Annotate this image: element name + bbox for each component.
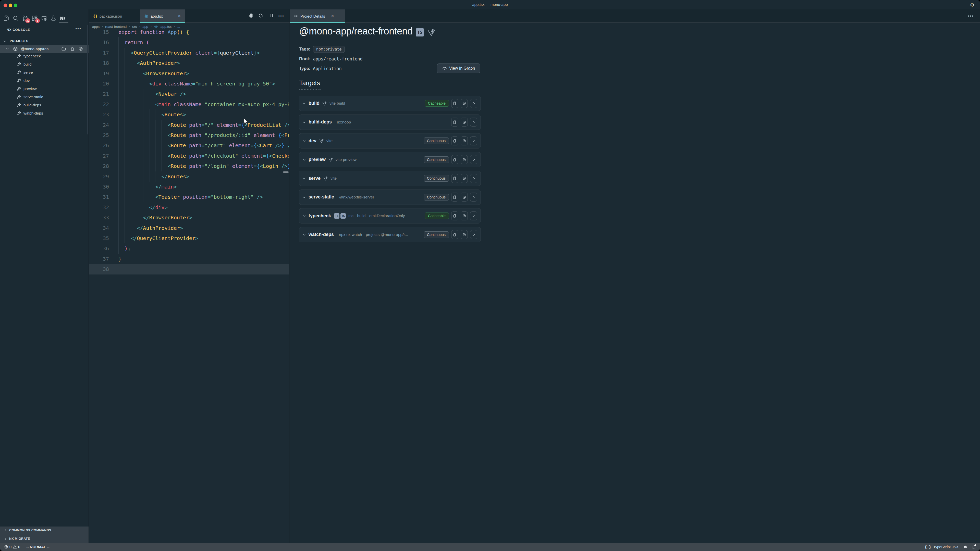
tree-item-typecheck[interactable]: typecheck: [0, 52, 89, 60]
code-line-20[interactable]: 20 <div className="min-h-screen bg-gray-…: [89, 79, 289, 89]
tab-app-tsx[interactable]: app.tsx ✕: [140, 10, 185, 23]
breadcrumb-item[interactable]: app.tsx: [161, 25, 172, 29]
play-button[interactable]: [470, 137, 477, 145]
tree-item-watch-deps[interactable]: watch-deps: [0, 110, 89, 118]
breadcrumb-item[interactable]: src: [132, 25, 137, 29]
code-line-24[interactable]: 24 <Route path="/" element={<ProductList…: [89, 120, 289, 130]
breadcrumb-item[interactable]: ...: [177, 25, 180, 29]
target-button[interactable]: [461, 99, 468, 108]
copy-button[interactable]: [451, 99, 458, 108]
code-line-17[interactable]: 17 <QueryClientProvider client={queryCli…: [89, 48, 289, 58]
code-line-15[interactable]: 15export function App() {: [89, 30, 289, 37]
target-button[interactable]: [461, 155, 468, 164]
tree-item-build[interactable]: build: [0, 60, 89, 68]
copy-button[interactable]: [451, 174, 458, 183]
code-line-22[interactable]: 22 <main className="container mx-auto px…: [89, 99, 289, 110]
code-line-36[interactable]: 36 );: [89, 243, 289, 254]
tree-item-serve-static[interactable]: serve-static: [0, 93, 89, 101]
code-line-37[interactable]: 37}: [89, 254, 289, 264]
target-button[interactable]: [461, 192, 468, 202]
folder-icon[interactable]: [61, 46, 66, 52]
copy-button[interactable]: [451, 155, 458, 164]
target-card-dev[interactable]: devviteContinuous: [299, 133, 481, 148]
breadcrumb-item[interactable]: react-frontend: [105, 25, 127, 29]
target-card-build-deps[interactable]: build-depsnx:noop: [299, 114, 481, 130]
code-line-34[interactable]: 34 </AuthProvider>: [89, 223, 289, 233]
code-line-16[interactable]: 16 return (: [89, 37, 289, 48]
view-in-graph-button[interactable]: View In Graph: [437, 64, 480, 73]
target-card-watch-deps[interactable]: watch-depsnpx nx watch --projects @mono-…: [299, 227, 481, 242]
target-button[interactable]: [461, 230, 468, 239]
chevron-down-icon[interactable]: [302, 139, 306, 143]
tree-item-build-deps[interactable]: build-deps: [0, 101, 89, 110]
remote-explorer-icon[interactable]: [40, 14, 48, 22]
chevron-down-icon[interactable]: [302, 102, 306, 105]
copy-button[interactable]: [451, 192, 458, 202]
refresh-icon[interactable]: [258, 13, 263, 19]
close-icon[interactable]: ✕: [331, 14, 334, 18]
code-line-25[interactable]: 25 <Route path="/products/:id" element={…: [89, 130, 289, 140]
sidebar-scrollbar[interactable]: [87, 25, 88, 135]
copy-button[interactable]: [451, 118, 458, 127]
chevron-down-icon[interactable]: [302, 158, 306, 162]
tab-project-details[interactable]: Project Details ✕: [290, 10, 345, 23]
beaker-icon[interactable]: [49, 14, 57, 22]
code-line-33[interactable]: 33 </BrowserRouter>: [89, 213, 289, 223]
project-row-selected[interactable]: @mono-app/rea...: [0, 45, 89, 53]
chevron-down-icon[interactable]: [302, 233, 306, 237]
target-button[interactable]: [461, 211, 468, 221]
copy-button[interactable]: [451, 137, 458, 145]
target-button[interactable]: [461, 137, 468, 145]
play-button[interactable]: [470, 155, 477, 164]
projects-section-header[interactable]: PROJECTS: [0, 38, 89, 45]
target-card-typecheck[interactable]: typecheckTSTStsc --build --emitDeclarati…: [299, 208, 481, 224]
chevron-down-icon[interactable]: [302, 195, 306, 199]
copy-button[interactable]: [451, 211, 458, 221]
code-area[interactable]: 15export function App() {16 return (17 <…: [89, 30, 289, 275]
tree-item-preview[interactable]: preview: [0, 85, 89, 93]
code-line-19[interactable]: 19 <BrowserRouter>: [89, 68, 289, 79]
breadcrumb-item[interactable]: app: [142, 25, 148, 29]
sidebar-more-icon[interactable]: •••: [75, 26, 81, 32]
chevron-down-icon[interactable]: [302, 121, 306, 124]
code-line-38[interactable]: 38: [89, 264, 289, 274]
copy-button[interactable]: [451, 230, 458, 239]
source-control-icon[interactable]: 32: [21, 14, 29, 22]
code-line-21[interactable]: 21 <Navbar />: [89, 89, 289, 99]
file-arrow-icon[interactable]: [70, 46, 75, 52]
close-icon[interactable]: ✕: [178, 14, 181, 18]
code-line-32[interactable]: 32 </div>: [89, 202, 289, 213]
more-icon[interactable]: •••: [278, 14, 284, 19]
target-button[interactable]: [461, 118, 468, 127]
open-settings-icon[interactable]: [248, 13, 253, 19]
play-button[interactable]: [470, 99, 477, 108]
code-line-27[interactable]: 27 <Route path="/checkout" element={<Che…: [89, 151, 289, 161]
code-line-23[interactable]: 23 <Routes>: [89, 110, 289, 120]
breadcrumb-item[interactable]: apps: [92, 25, 100, 29]
code-line-30[interactable]: 30 </main>: [89, 182, 289, 192]
target-icon[interactable]: [78, 46, 83, 52]
target-button[interactable]: [461, 174, 468, 183]
target-card-serve[interactable]: serveviteContinuous: [299, 171, 481, 186]
code-line-35[interactable]: 35 </QueryClientProvider>: [89, 233, 289, 243]
play-button[interactable]: [470, 118, 477, 127]
split-editor-icon[interactable]: [268, 13, 273, 19]
tree-item-dev[interactable]: dev: [0, 77, 89, 85]
play-button[interactable]: [470, 174, 477, 183]
search-icon[interactable]: [12, 14, 19, 22]
play-button[interactable]: [470, 211, 477, 221]
code-line-26[interactable]: 26 <Route path="/cart" element={<Cart />…: [89, 140, 289, 151]
nx-icon[interactable]: [59, 14, 67, 22]
code-line-28[interactable]: 28 <Route path="/login" element={<Login …: [89, 161, 289, 171]
code-line-29[interactable]: 29 </Routes>: [89, 171, 289, 182]
code-line-18[interactable]: 18 <AuthProvider>: [89, 58, 289, 68]
play-button[interactable]: [470, 192, 477, 202]
chevron-down-icon[interactable]: [302, 214, 306, 218]
target-card-build[interactable]: buildvite buildCacheable: [299, 96, 481, 111]
extensions-icon[interactable]: 1: [30, 14, 38, 22]
tab-package-json[interactable]: {} package.json: [89, 10, 140, 23]
play-button[interactable]: [470, 230, 477, 239]
tree-item-serve[interactable]: serve: [0, 68, 89, 77]
files-icon[interactable]: [2, 14, 10, 22]
target-card-serve-static[interactable]: serve-static@nx/web:file-serverContinuou…: [299, 189, 481, 205]
